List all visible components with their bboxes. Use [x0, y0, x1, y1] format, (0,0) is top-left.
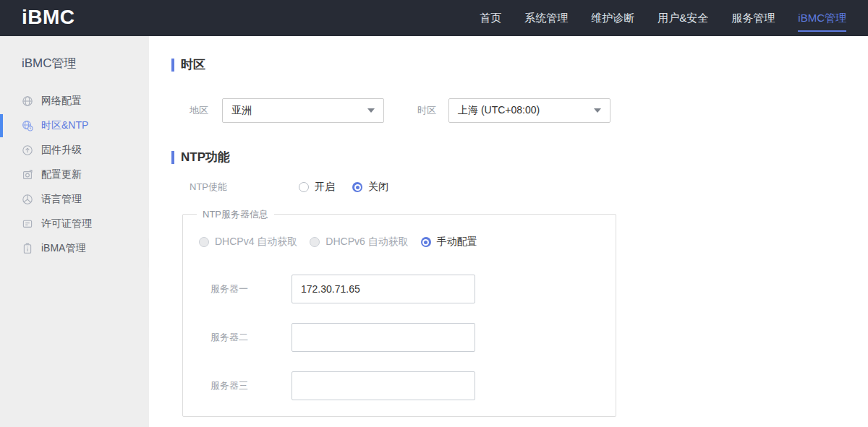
language-icon	[22, 194, 33, 205]
radio-unselected-icon	[299, 182, 309, 192]
server-three-input[interactable]	[292, 371, 475, 400]
top-navbar: iBMC 首页 系统管理 维护诊断 用户&安全 服务管理 iBMC管理	[0, 0, 868, 36]
sidebar-menu: 网络配置 时区&NTP 固件升级 配置更新 语言管理	[0, 89, 149, 261]
region-label: 地区	[190, 104, 222, 117]
ntp-server-info-fieldset: NTP服务器信息 DHCPv4 自动获取 DHCPv6 自动获取 手动配置 服务…	[182, 214, 616, 417]
server-two-row: 服务器二	[183, 323, 616, 352]
nav-item-system[interactable]: 系统管理	[513, 0, 579, 36]
nav-item-home[interactable]: 首页	[468, 0, 513, 36]
sidebar-item-label: 网络配置	[41, 95, 82, 108]
ntp-enable-row: NTP使能 开启 关闭	[171, 181, 868, 194]
sidebar-item-label: iBMA管理	[41, 242, 85, 255]
sidebar: iBMC管理 网络配置 时区&NTP 固件升级 配置更新	[0, 36, 149, 427]
timezone-ntp-icon	[22, 120, 33, 131]
sidebar-item-label: 语言管理	[41, 193, 82, 206]
radio-disabled-icon	[199, 237, 209, 247]
radio-option-label: DHCPv4 自动获取	[215, 236, 297, 249]
server-one-row: 服务器一	[183, 275, 616, 303]
radio-option-label: 关闭	[368, 181, 388, 194]
sidebar-item-config-update[interactable]: 配置更新	[0, 163, 149, 187]
server-one-input[interactable]	[292, 275, 475, 303]
ntp-enable-on-option[interactable]: 开启	[299, 181, 335, 194]
sidebar-item-language-management[interactable]: 语言管理	[0, 187, 149, 212]
radio-selected-icon	[421, 237, 431, 247]
ntp-section-title: NTP功能	[171, 149, 868, 165]
ibmc-logo: iBMC	[22, 6, 75, 29]
dhcpv4-auto-option: DHCPv4 自动获取	[199, 236, 297, 249]
nav-item-user-security[interactable]: 用户&安全	[646, 0, 720, 36]
section-title-text: 时区	[181, 56, 205, 73]
sidebar-item-label: 固件升级	[41, 144, 82, 157]
timezone-select-value: 上海 (UTC+08:00)	[458, 104, 540, 117]
nav-item-maintenance[interactable]: 维护诊断	[579, 0, 646, 36]
region-select-value: 亚洲	[231, 104, 252, 117]
config-update-icon	[22, 169, 33, 181]
timezone-select[interactable]: 上海 (UTC+08:00)	[448, 98, 610, 123]
section-accent-bar	[171, 59, 174, 72]
license-icon	[22, 218, 33, 230]
ntp-server-info-legend: NTP服务器信息	[197, 208, 274, 221]
main-content: 时区 地区 亚洲 时区 上海 (UTC+08:00) NTP功能 NTP使能 开…	[149, 36, 868, 427]
radio-option-label: DHCPv6 自动获取	[326, 236, 408, 249]
server-one-label: 服务器一	[210, 282, 292, 296]
nav-item-ibmc-management[interactable]: iBMC管理	[786, 0, 858, 36]
sidebar-item-network-config[interactable]: 网络配置	[0, 89, 149, 113]
radio-disabled-icon	[310, 237, 320, 247]
timezone-label: 时区	[417, 104, 448, 117]
sidebar-title: iBMC管理	[0, 36, 149, 72]
network-icon	[22, 95, 33, 107]
radio-selected-icon	[352, 182, 362, 192]
ntp-enable-off-option[interactable]: 关闭	[352, 181, 388, 194]
sidebar-item-timezone-ntp[interactable]: 时区&NTP	[0, 113, 149, 138]
top-nav-menu: 首页 系统管理 维护诊断 用户&安全 服务管理 iBMC管理	[468, 0, 868, 36]
timezone-section-title: 时区	[171, 36, 868, 73]
dhcpv6-auto-option: DHCPv6 自动获取	[310, 236, 408, 249]
nav-item-service[interactable]: 服务管理	[720, 0, 786, 36]
dropdown-caret-icon	[594, 108, 601, 113]
section-title-text: NTP功能	[181, 149, 230, 165]
sidebar-item-license-management[interactable]: 许可证管理	[0, 212, 149, 236]
section-accent-bar	[171, 151, 174, 164]
manual-config-option[interactable]: 手动配置	[421, 236, 477, 249]
sidebar-item-label: 配置更新	[41, 168, 82, 181]
server-two-input[interactable]	[292, 323, 475, 352]
dropdown-caret-icon	[367, 108, 375, 113]
sidebar-item-label: 许可证管理	[41, 217, 92, 230]
server-two-label: 服务器二	[210, 331, 292, 344]
timezone-form-row: 地区 亚洲 时区 上海 (UTC+08:00)	[171, 98, 868, 123]
radio-option-label: 开启	[315, 181, 335, 194]
ibma-icon	[22, 243, 33, 254]
ntp-enable-label: NTP使能	[190, 181, 299, 194]
sidebar-item-firmware-upgrade[interactable]: 固件升级	[0, 138, 149, 163]
sidebar-item-ibma-management[interactable]: iBMA管理	[0, 236, 149, 261]
region-select[interactable]: 亚洲	[222, 98, 384, 123]
sidebar-item-label: 时区&NTP	[41, 119, 88, 132]
server-three-row: 服务器三	[183, 371, 616, 400]
firmware-upgrade-icon	[22, 145, 33, 156]
server-three-label: 服务器三	[210, 379, 292, 392]
radio-option-label: 手动配置	[437, 236, 477, 249]
